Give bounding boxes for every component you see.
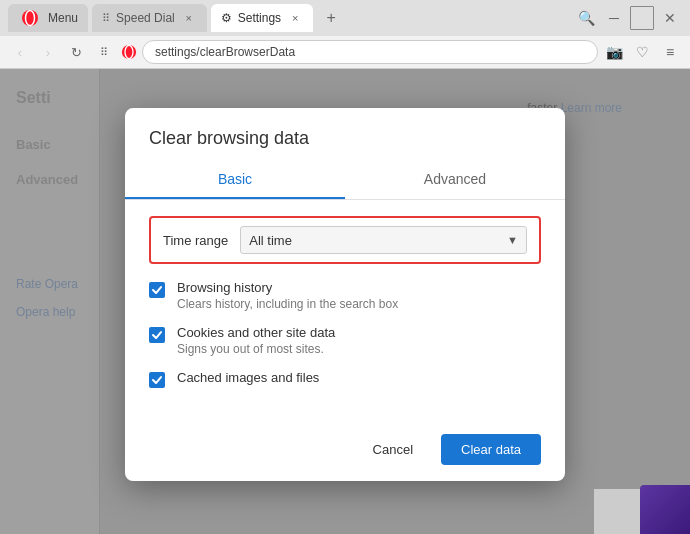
checkmark-icon bbox=[151, 329, 163, 341]
minimize-button[interactable]: ─ bbox=[602, 6, 626, 30]
checkbox-cookies: Cookies and other site data Signs you ou… bbox=[149, 325, 541, 356]
dialog-body: Time range All time ▼ Browsing history C… bbox=[125, 200, 565, 422]
settings-gear-icon: ⚙ bbox=[221, 11, 232, 25]
new-tab-button[interactable]: + bbox=[317, 4, 345, 32]
checkbox-cached-input[interactable] bbox=[149, 372, 165, 388]
clear-browsing-data-dialog: Clear browsing data Basic Advanced Time … bbox=[125, 108, 565, 481]
forward-button[interactable]: › bbox=[36, 40, 60, 64]
tab-advanced[interactable]: Advanced bbox=[345, 161, 565, 199]
checkbox-cookies-desc: Signs you out of most sites. bbox=[177, 342, 335, 356]
speed-dial-close-icon[interactable]: × bbox=[181, 10, 197, 26]
corner-decoration bbox=[640, 485, 690, 534]
refresh-button[interactable]: ↻ bbox=[64, 40, 88, 64]
checkbox-browsing-history-input[interactable] bbox=[149, 282, 165, 298]
dialog-footer: Cancel Clear data bbox=[125, 422, 565, 481]
search-icon[interactable]: 🔍 bbox=[574, 6, 598, 30]
opera-logo-icon bbox=[18, 6, 42, 30]
opera-url-icon bbox=[121, 44, 137, 60]
select-arrow-icon: ▼ bbox=[507, 234, 518, 246]
url-bar[interactable]: settings/clearBrowserData bbox=[142, 40, 598, 64]
close-button[interactable]: ✕ bbox=[658, 6, 682, 30]
checkmark-icon bbox=[151, 374, 163, 386]
tab-speed-dial[interactable]: ⠿ Speed Dial × bbox=[92, 4, 207, 32]
tab-settings-label: Settings bbox=[238, 11, 281, 25]
address-bar: ‹ › ↻ ⠿ settings/clearBrowserData 📷 ♡ ≡ bbox=[0, 36, 690, 68]
settings-close-icon[interactable]: × bbox=[287, 10, 303, 26]
checkbox-cached-text: Cached images and files bbox=[177, 370, 319, 385]
svg-point-0 bbox=[22, 10, 38, 26]
time-range-value: All time bbox=[249, 233, 292, 248]
tab-menu-label: Menu bbox=[48, 11, 78, 25]
tab-speed-dial-label: Speed Dial bbox=[116, 11, 175, 25]
checkbox-cookies-input[interactable] bbox=[149, 327, 165, 343]
heart-icon[interactable]: ♡ bbox=[630, 40, 654, 64]
time-range-label: Time range bbox=[163, 233, 228, 248]
clear-data-button[interactable]: Clear data bbox=[441, 434, 541, 465]
tab-basic[interactable]: Basic bbox=[125, 161, 345, 199]
address-bar-right: 📷 ♡ ≡ bbox=[602, 40, 682, 64]
checkbox-cached-label: Cached images and files bbox=[177, 370, 319, 385]
checkbox-cookies-text: Cookies and other site data Signs you ou… bbox=[177, 325, 335, 356]
checkbox-browsing-history-label: Browsing history bbox=[177, 280, 398, 295]
checkbox-browsing-history-desc: Clears history, including in the search … bbox=[177, 297, 398, 311]
time-range-row: Time range All time ▼ bbox=[149, 216, 541, 264]
checkbox-browsing-history: Browsing history Clears history, includi… bbox=[149, 280, 541, 311]
dialog-title: Clear browsing data bbox=[125, 108, 565, 149]
menu-icon[interactable]: ≡ bbox=[658, 40, 682, 64]
checkbox-cached: Cached images and files bbox=[149, 370, 541, 388]
checkbox-browsing-history-text: Browsing history Clears history, includi… bbox=[177, 280, 398, 311]
tab-opera-menu[interactable]: Menu bbox=[8, 4, 88, 32]
corner-decoration-2 bbox=[594, 489, 640, 534]
tab-settings[interactable]: ⚙ Settings × bbox=[211, 4, 313, 32]
time-range-select[interactable]: All time ▼ bbox=[240, 226, 527, 254]
url-text: settings/clearBrowserData bbox=[155, 45, 295, 59]
page-background: Setti Basic Advanced Rate Opera Opera he… bbox=[0, 69, 690, 534]
checkmark-icon bbox=[151, 284, 163, 296]
tab-bar: Menu ⠿ Speed Dial × ⚙ Settings × + 🔍 ─ ✕ bbox=[0, 0, 690, 36]
svg-point-2 bbox=[122, 45, 136, 59]
cancel-button[interactable]: Cancel bbox=[353, 434, 433, 465]
dialog-tabs: Basic Advanced bbox=[125, 161, 565, 200]
tab-bar-left: Menu ⠿ Speed Dial × ⚙ Settings × + bbox=[8, 4, 345, 32]
speed-dial-icon: ⠿ bbox=[102, 12, 110, 25]
camera-icon[interactable]: 📷 bbox=[602, 40, 626, 64]
back-button[interactable]: ‹ bbox=[8, 40, 32, 64]
grid-view-icon[interactable]: ⠿ bbox=[92, 40, 116, 64]
checkbox-cookies-label: Cookies and other site data bbox=[177, 325, 335, 340]
maximize-button[interactable] bbox=[630, 6, 654, 30]
